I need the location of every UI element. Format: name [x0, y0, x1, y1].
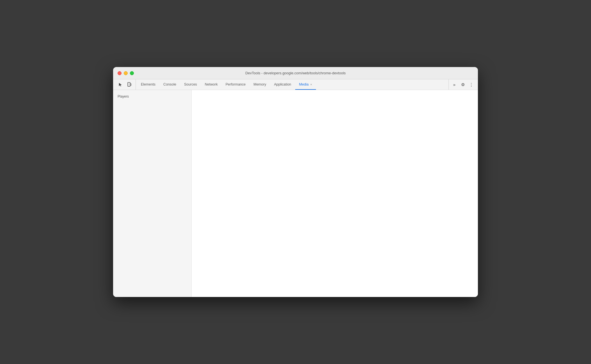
tab-memory[interactable]: Memory	[249, 79, 270, 90]
tab-media[interactable]: Media ×	[295, 79, 316, 90]
minimize-button[interactable]	[124, 71, 128, 75]
svg-rect-1	[128, 83, 130, 85]
main-panel	[192, 90, 478, 297]
settings-button[interactable]: ⚙	[459, 81, 467, 89]
gear-icon: ⚙	[461, 82, 465, 87]
toolbar-icons	[114, 79, 136, 90]
more-tabs-button[interactable]: »	[450, 81, 458, 89]
device-icon	[127, 82, 132, 87]
devtools-window: DevTools - developers.google.com/web/too…	[113, 67, 478, 297]
toolbar: Elements Console Sources Network Perform…	[113, 79, 478, 90]
chevron-right-icon: »	[453, 82, 455, 87]
traffic-lights	[118, 71, 134, 75]
tab-performance[interactable]: Performance	[222, 79, 250, 90]
tab-list: Elements Console Sources Network Perform…	[137, 79, 448, 90]
sidebar-players-label: Players	[113, 92, 191, 101]
cursor-tool-button[interactable]	[116, 81, 124, 89]
maximize-button[interactable]	[130, 71, 134, 75]
close-button[interactable]	[118, 71, 122, 75]
cursor-icon	[118, 82, 123, 87]
sidebar: Players	[113, 90, 192, 297]
svg-rect-3	[130, 84, 131, 86]
tab-console[interactable]: Console	[159, 79, 180, 90]
svg-rect-2	[129, 86, 129, 86]
content-area: Players	[113, 90, 478, 297]
titlebar: DevTools - developers.google.com/web/too…	[113, 67, 478, 79]
tab-application[interactable]: Application	[270, 79, 295, 90]
ellipsis-icon: ⋮	[469, 82, 473, 87]
tab-network[interactable]: Network	[201, 79, 222, 90]
window-title: DevTools - developers.google.com/web/too…	[245, 71, 346, 75]
device-toggle-button[interactable]	[125, 81, 133, 89]
tab-sources[interactable]: Sources	[180, 79, 201, 90]
tab-elements[interactable]: Elements	[137, 79, 159, 90]
tab-media-close[interactable]: ×	[310, 83, 312, 86]
toolbar-actions: » ⚙ ⋮	[448, 79, 477, 90]
more-options-button[interactable]: ⋮	[467, 81, 475, 89]
